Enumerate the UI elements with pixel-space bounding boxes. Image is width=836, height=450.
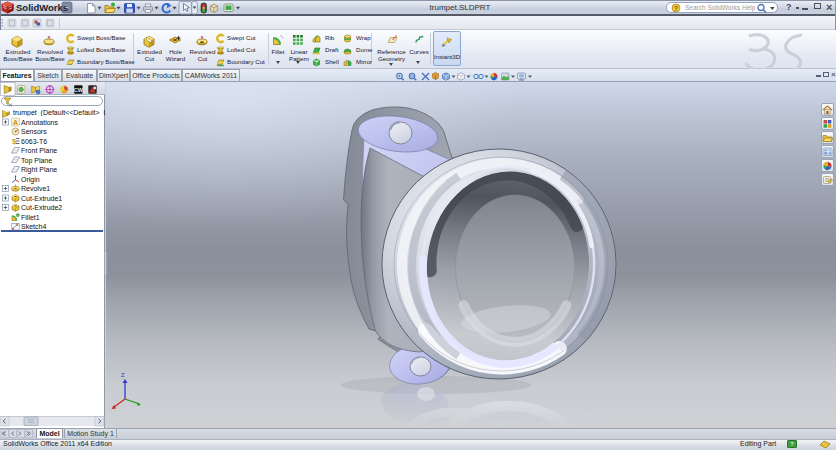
svg-text:A: A (13, 119, 18, 126)
svg-text:Z: Z (121, 372, 125, 378)
svg-text:?: ? (674, 5, 678, 12)
svg-text:CW: CW (74, 87, 84, 93)
